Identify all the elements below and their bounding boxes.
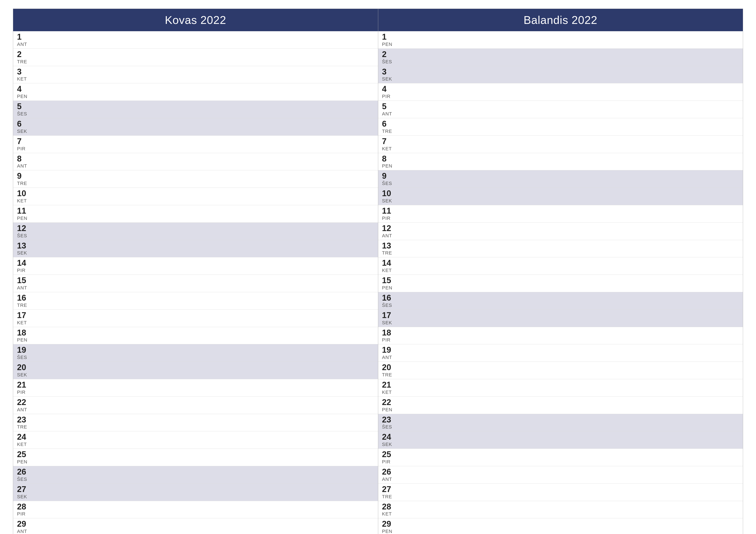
day-name: ANT — [17, 407, 34, 413]
day-row: 1ANT — [13, 31, 378, 49]
day-row: 11PIR — [378, 205, 743, 223]
day-number: 27 — [382, 485, 399, 494]
day-info: 4PIR — [382, 85, 399, 99]
day-row: 21PIR — [13, 379, 378, 396]
day-row: 6SEK — [13, 118, 378, 136]
day-row: 20TRE — [378, 362, 743, 379]
day-info: 21PIR — [17, 380, 34, 395]
day-number: 4 — [17, 85, 34, 94]
day-name: PEN — [17, 94, 34, 99]
day-number: 8 — [382, 154, 399, 164]
day-info: 25PEN — [17, 450, 34, 465]
day-name: PEN — [382, 529, 399, 534]
day-name: SEK — [17, 129, 34, 134]
day-row: 21KET — [378, 379, 743, 396]
day-row: 11PEN — [13, 205, 378, 223]
day-info: 3KET — [17, 67, 34, 82]
day-row: 24SEK — [378, 431, 743, 449]
day-number: 22 — [382, 398, 399, 407]
day-name: PEN — [17, 459, 34, 465]
day-number: 21 — [17, 380, 34, 390]
day-name: SEK — [17, 250, 34, 256]
day-row: 26ŠES — [13, 466, 378, 484]
day-number: 1 — [17, 33, 34, 41]
day-number: 24 — [17, 433, 34, 442]
day-number: 12 — [17, 224, 34, 233]
day-row: 2TRE — [13, 49, 378, 66]
day-info: 20TRE — [382, 363, 399, 378]
day-row: 14KET — [378, 257, 743, 275]
day-number: 21 — [382, 380, 399, 390]
day-row: 12ŠES — [13, 223, 378, 240]
day-number: 5 — [17, 102, 34, 111]
day-name: PIR — [382, 337, 399, 343]
day-info: 19ŠES — [17, 345, 34, 360]
day-info: 20SEK — [17, 363, 34, 378]
day-info: 8PEN — [382, 154, 399, 169]
day-number: 9 — [382, 172, 399, 181]
day-number: 15 — [382, 276, 399, 285]
day-row: 24KET — [13, 431, 378, 449]
day-name: KET — [17, 198, 34, 204]
day-row: 13SEK — [13, 240, 378, 258]
day-number: 29 — [17, 520, 34, 529]
day-name: SEK — [382, 320, 399, 326]
day-info: 11PEN — [17, 207, 34, 221]
day-name: SEK — [17, 494, 34, 499]
day-info: 9ŠES — [382, 172, 399, 186]
day-info: 27TRE — [382, 485, 399, 499]
day-number: 20 — [382, 363, 399, 372]
day-row: 14PIR — [13, 257, 378, 275]
day-number: 4 — [382, 85, 399, 94]
day-info: 17SEK — [382, 311, 399, 326]
day-number: 10 — [382, 189, 399, 198]
day-number: 17 — [17, 311, 34, 320]
day-row: 29PEN — [378, 518, 743, 534]
day-info: 18PIR — [382, 328, 399, 343]
day-row: 5ANT — [378, 101, 743, 118]
day-name: PIR — [17, 267, 34, 273]
day-info: 6TRE — [382, 119, 399, 134]
day-info: 17KET — [17, 311, 34, 326]
day-number: 23 — [17, 415, 34, 424]
day-info: 27SEK — [17, 485, 34, 499]
day-row: 8ANT — [13, 153, 378, 170]
day-row: 3SEK — [378, 66, 743, 84]
day-info: 4PEN — [17, 85, 34, 99]
day-name: ŠES — [382, 424, 399, 430]
day-number: 15 — [17, 276, 34, 285]
day-name: KET — [17, 320, 34, 326]
day-number: 25 — [382, 450, 399, 459]
day-info: 10KET — [17, 189, 34, 204]
day-name: KET — [382, 511, 399, 517]
day-row: 9TRE — [13, 170, 378, 188]
day-row: 5ŠES — [13, 101, 378, 118]
day-info: 26ANT — [382, 468, 399, 482]
day-number: 3 — [382, 67, 399, 76]
day-info: 10SEK — [382, 189, 399, 204]
day-name: ANT — [382, 476, 399, 482]
day-name: TRE — [17, 59, 34, 64]
day-name: KET — [382, 390, 399, 395]
day-row: 22ANT — [13, 396, 378, 414]
day-row: 13TRE — [378, 240, 743, 258]
day-row: 23TRE — [13, 414, 378, 431]
day-name: SEK — [17, 372, 34, 378]
day-number: 16 — [382, 293, 399, 302]
day-info: 14KET — [382, 259, 399, 273]
day-row: 18PIR — [378, 327, 743, 344]
day-name: TRE — [382, 129, 399, 134]
day-row: 17KET — [13, 310, 378, 327]
day-name: KET — [17, 442, 34, 447]
day-number: 9 — [17, 172, 34, 181]
day-row: 7PIR — [13, 136, 378, 153]
day-info: 28PIR — [17, 502, 34, 517]
day-row: 16ŠES — [378, 292, 743, 310]
day-row: 4PEN — [13, 83, 378, 101]
day-number: 7 — [382, 137, 399, 146]
day-name: PEN — [382, 285, 399, 291]
day-number: 3 — [17, 67, 34, 76]
day-row: 6TRE — [378, 118, 743, 136]
day-info: 5ŠES — [17, 102, 34, 117]
day-info: 14PIR — [17, 259, 34, 273]
